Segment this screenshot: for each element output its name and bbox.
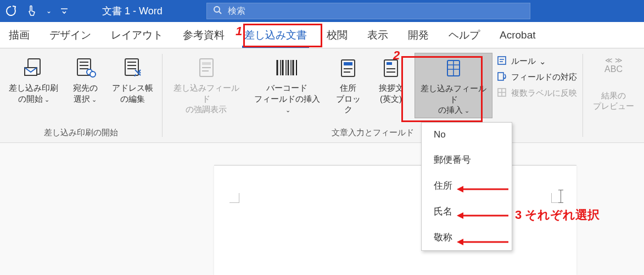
highlight-fields-icon [195, 55, 217, 80]
preview-results-button: ≪≫ ABC 結果の プレビュー [589, 53, 639, 115]
tab-design[interactable]: デザイン [47, 25, 93, 46]
chevron-down-icon: ⌄ [539, 57, 546, 67]
rules-icon [497, 55, 508, 68]
search-placeholder: 検索 [228, 6, 245, 17]
ribbon-tabs: 描画 デザイン レイアウト 参考資料 差し込み文書 校閲 表示 開発 ヘルプ A… [0, 22, 644, 48]
tab-layout[interactable]: レイアウト [109, 25, 165, 46]
svg-rect-12 [387, 62, 392, 65]
chevron-down-icon: ⌄ [44, 96, 49, 103]
search-icon [212, 5, 222, 17]
menu-item-address[interactable]: 住所 [422, 173, 512, 199]
tab-review[interactable]: 校閲 [324, 25, 350, 46]
group-write-insert-fields: 差し込みフィールド の強調表示 バーコード フィールドの挿入⌄ 住所 ブロック [163, 48, 583, 142]
barcode-icon [275, 55, 299, 80]
address-block-icon [337, 55, 359, 80]
menu-item-postcode[interactable]: 郵便番号 [422, 147, 512, 173]
tab-view[interactable]: 表示 [365, 25, 390, 46]
search-box[interactable]: 検索 [206, 3, 530, 19]
edit-list-icon [122, 55, 144, 80]
chevron-down-icon: ⌄ [285, 107, 290, 113]
svg-rect-14 [498, 57, 506, 64]
address-block-button[interactable]: 住所 ブロック [329, 53, 367, 117]
match-fields-icon [497, 71, 508, 84]
svg-rect-6 [125, 59, 138, 75]
tab-references[interactable]: 参考資料 [181, 25, 227, 46]
edit-recipient-list-button[interactable]: アドレス帳 の編集 [109, 53, 156, 106]
margin-mark-right [551, 193, 561, 203]
ribbon: 差し込み印刷 の開始⌄ 宛先の 選択⌄ アドレス帳 の編集 差し込み印刷の開始 [0, 48, 644, 143]
touch-mode-icon[interactable] [25, 4, 38, 18]
window-title: 文書 1 - Word [102, 4, 163, 18]
document-area [0, 143, 644, 275]
text-cursor [561, 190, 561, 203]
match-fields-button[interactable]: フィールドの対応 [497, 71, 577, 84]
select-recipients-button[interactable]: 宛先の 選択⌄ [66, 53, 104, 106]
insert-merge-field-button[interactable]: 差し込みフィールド の挿入⌄ [415, 53, 492, 118]
field-options-list: ルール ⌄ フィールドの対応 複数ラベルに反映 [497, 53, 577, 100]
tab-acrobat[interactable]: Acrobat [497, 26, 537, 45]
group-preview-results: ≪≫ ABC 結果の プレビュー [583, 48, 644, 142]
chevron-down-icon[interactable]: ⌄ [46, 7, 52, 15]
highlight-merge-fields-button: 差し込みフィールド の強調表示 [168, 53, 245, 117]
margin-mark-left [229, 193, 239, 203]
tab-draw[interactable]: 描画 [7, 25, 32, 46]
start-mail-merge-button[interactable]: 差し込み印刷 の開始⌄ [5, 53, 61, 106]
svg-rect-8 [202, 62, 211, 65]
group-start-mail-merge: 差し込み印刷 の開始⌄ 宛先の 選択⌄ アドレス帳 の編集 差し込み印刷の開始 [0, 48, 162, 142]
update-labels-button: 複数ラベルに反映 [497, 87, 577, 100]
menu-item-no[interactable]: No [422, 123, 512, 147]
document-page[interactable] [214, 165, 576, 275]
svg-rect-15 [498, 73, 503, 80]
chevron-down-icon: ⌄ [464, 107, 469, 114]
chevron-down-icon: ⌄ [92, 96, 97, 103]
greeting-icon [380, 55, 402, 80]
menu-item-title[interactable]: 敬称 [422, 224, 512, 250]
customize-qat-icon[interactable] [59, 6, 69, 16]
greeting-line-button[interactable]: 挨拶文 (英文) [372, 53, 410, 106]
update-labels-icon [497, 87, 508, 100]
quick-access-toolbar: ⌄ [4, 4, 69, 18]
tab-mailings[interactable]: 差し込み文書 [242, 25, 309, 46]
recipients-icon [74, 55, 96, 80]
insert-barcode-button[interactable]: バーコード フィールドの挿入⌄ [249, 53, 324, 117]
document-envelope-icon [23, 55, 44, 80]
autosave-icon[interactable] [4, 4, 18, 18]
tab-help[interactable]: ヘルプ [446, 25, 482, 46]
svg-rect-10 [344, 62, 352, 65]
svg-point-5 [90, 72, 96, 77]
menu-item-name[interactable]: 氏名 [422, 199, 512, 224]
rules-button[interactable]: ルール ⌄ [497, 55, 577, 68]
svg-point-0 [214, 7, 220, 12]
insert-field-icon [443, 56, 464, 81]
group-label: 差し込み印刷の開始 [44, 128, 118, 140]
tab-developer[interactable]: 開発 [406, 25, 431, 46]
group-label: 文章入力とフィールド [332, 128, 414, 140]
title-bar: ⌄ 文書 1 - Word 検索 [0, 0, 644, 22]
insert-merge-field-dropdown: No 郵便番号 住所 氏名 敬称 [421, 122, 512, 251]
